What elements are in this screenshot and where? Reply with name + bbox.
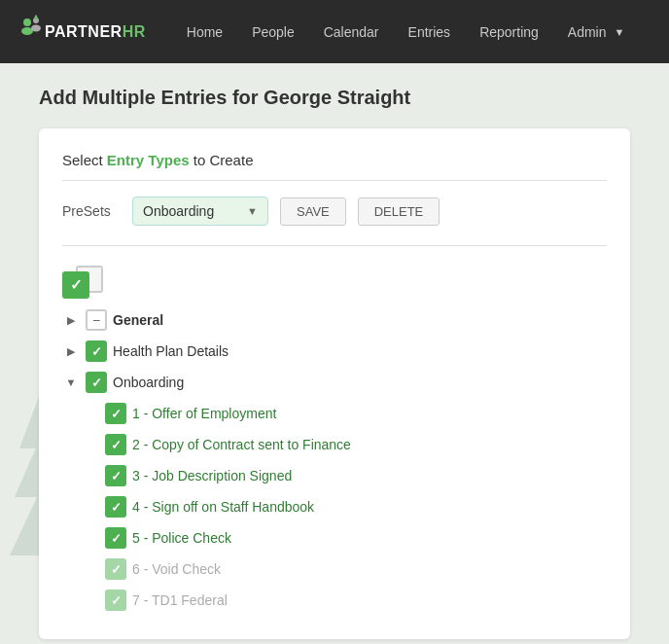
item-2-label: 2 - Copy of Contract sent to Finance bbox=[132, 437, 351, 452]
tree-item-7[interactable]: 7 - TD1 Federal bbox=[105, 585, 607, 616]
nav-entries[interactable]: Entries bbox=[397, 18, 463, 46]
tree-item-general[interactable]: ▶ General bbox=[62, 304, 607, 336]
tree-item-2[interactable]: 2 - Copy of Contract sent to Finance bbox=[105, 429, 607, 460]
presets-row: PreSets Onboarding ▼ SAVE DELETE bbox=[62, 197, 607, 246]
admin-chevron-icon: ▼ bbox=[615, 26, 625, 38]
tree-item-5[interactable]: 5 - Police Check bbox=[105, 522, 607, 554]
nav-people[interactable]: People bbox=[240, 18, 306, 46]
onboarding-children: 1 - Offer of Employment 2 - Copy of Cont… bbox=[105, 398, 607, 616]
presets-chevron-icon: ▼ bbox=[247, 205, 258, 217]
svg-point-3 bbox=[31, 24, 41, 31]
health-plan-checkbox[interactable] bbox=[86, 340, 107, 362]
health-plan-label: Health Plan Details bbox=[113, 343, 229, 359]
item-1-label: 1 - Offer of Employment bbox=[132, 406, 276, 421]
tree-item-1[interactable]: 1 - Offer of Employment bbox=[105, 398, 607, 429]
onboarding-label: Onboarding bbox=[113, 375, 184, 390]
card-header: Select Entry Types to Create bbox=[62, 152, 607, 181]
tree-item-health-plan[interactable]: ▶ Health Plan Details bbox=[62, 336, 607, 367]
presets-dropdown[interactable]: Onboarding ▼ bbox=[132, 197, 268, 226]
delete-button[interactable]: DELETE bbox=[358, 197, 440, 226]
stacked-checkbox-icons bbox=[62, 266, 111, 301]
general-label: General bbox=[113, 312, 163, 328]
nav-calendar[interactable]: Calendar bbox=[312, 18, 391, 46]
presets-selected-value: Onboarding bbox=[143, 203, 214, 219]
nav-links: Home People Calendar Entries Reporting A… bbox=[175, 18, 637, 46]
main-content: Add Multiple Entries for George Straight… bbox=[0, 63, 669, 644]
onboarding-checkbox[interactable] bbox=[86, 372, 107, 393]
navbar: PARTNERHR Home People Calendar Entries R… bbox=[0, 0, 669, 63]
logo-text: PARTNERHR bbox=[45, 23, 146, 41]
general-expand-icon[interactable]: ▶ bbox=[62, 311, 80, 329]
item-6-label: 6 - Void Check bbox=[132, 561, 221, 577]
item-3-checkbox[interactable] bbox=[105, 465, 126, 486]
tree-item-3[interactable]: 3 - Job Description Signed bbox=[105, 460, 607, 491]
general-checkbox[interactable] bbox=[86, 309, 107, 331]
health-plan-expand-icon[interactable]: ▶ bbox=[62, 342, 80, 360]
logo-icon bbox=[18, 13, 45, 40]
item-4-checkbox[interactable] bbox=[105, 496, 126, 518]
item-7-label: 7 - TD1 Federal bbox=[132, 592, 228, 608]
svg-point-0 bbox=[23, 18, 31, 26]
item-6-checkbox[interactable] bbox=[105, 558, 126, 580]
card: Select Entry Types to Create PreSets Onb… bbox=[39, 128, 630, 639]
card-header-accent: Entry Types bbox=[107, 152, 190, 168]
item-1-checkbox[interactable] bbox=[105, 403, 126, 424]
nav-reporting[interactable]: Reporting bbox=[468, 18, 550, 46]
item-5-label: 5 - Police Check bbox=[132, 530, 231, 546]
item-4-label: 4 - Sign off on Staff Handbook bbox=[132, 499, 314, 515]
logo: PARTNERHR bbox=[16, 13, 146, 52]
item-7-checkbox[interactable] bbox=[105, 590, 126, 611]
item-5-checkbox[interactable] bbox=[105, 527, 126, 549]
tree-item-6[interactable]: 6 - Void Check bbox=[105, 554, 607, 585]
checkbox-front-icon bbox=[62, 271, 89, 299]
nav-admin[interactable]: Admin ▼ bbox=[556, 18, 637, 46]
onboarding-expand-icon[interactable]: ▼ bbox=[62, 374, 80, 391]
item-3-label: 3 - Job Description Signed bbox=[132, 468, 292, 483]
presets-label: PreSets bbox=[62, 203, 121, 219]
nav-home[interactable]: Home bbox=[175, 18, 234, 46]
tree-item-4[interactable]: 4 - Sign off on Staff Handbook bbox=[105, 491, 607, 522]
item-2-checkbox[interactable] bbox=[105, 434, 126, 455]
page-title: Add Multiple Entries for George Straight bbox=[39, 87, 630, 109]
tree-item-onboarding[interactable]: ▼ Onboarding bbox=[62, 367, 607, 398]
save-button[interactable]: SAVE bbox=[280, 197, 346, 226]
